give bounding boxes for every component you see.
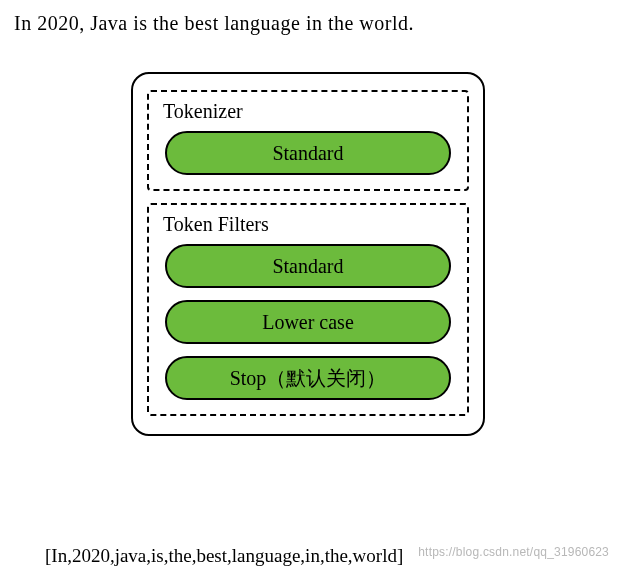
filter-lowercase-pill: Lower case [165, 300, 451, 344]
filter-standard-pill: Standard [165, 244, 451, 288]
token-filters-section: Token Filters Standard Lower case Stop（默… [147, 203, 469, 416]
input-sentence: In 2020, Java is the best language in th… [14, 12, 603, 35]
analyzer-card: Tokenizer Standard Token Filters Standar… [131, 72, 485, 436]
tokenizer-standard-pill: Standard [165, 131, 451, 175]
filter-stop-pill: Stop（默认关闭） [165, 356, 451, 400]
token-filters-title: Token Filters [163, 213, 457, 236]
tokenizer-title: Tokenizer [163, 100, 457, 123]
watermark-text: https://blog.csdn.net/qq_31960623 [418, 545, 609, 559]
tokenizer-section: Tokenizer Standard [147, 90, 469, 191]
